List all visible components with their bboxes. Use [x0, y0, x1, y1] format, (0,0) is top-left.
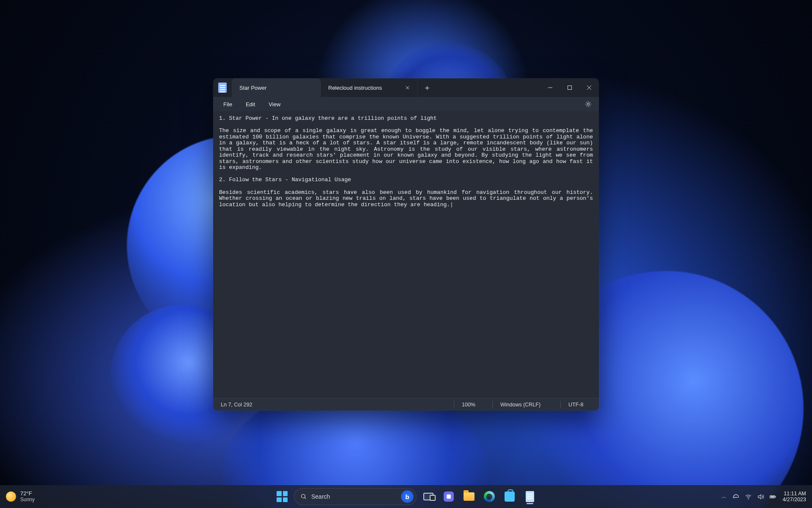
menu-view[interactable]: View: [263, 99, 286, 110]
editor-content: 1. Star Power - In one galaxy there are …: [219, 115, 596, 208]
close-tab-icon[interactable]: ✕: [405, 85, 410, 91]
start-button[interactable]: [274, 488, 291, 505]
task-view-button[interactable]: [420, 488, 437, 505]
volume-icon: [757, 493, 764, 500]
titlebar[interactable]: Star Power Relecloud instructions ✕ ＋: [213, 78, 599, 97]
taskbar: 72°F Sunny Search b ︿ 11:11: [0, 485, 812, 508]
menu-file[interactable]: File: [217, 99, 238, 110]
folder-icon: [464, 492, 475, 501]
gear-icon: [584, 100, 592, 108]
search-placeholder: Search: [311, 493, 397, 500]
chat-button[interactable]: [440, 488, 457, 505]
bing-icon[interactable]: b: [401, 490, 414, 503]
notepad-window: Star Power Relecloud instructions ✕ ＋ Fi…: [213, 78, 599, 411]
statusbar: Ln 7, Col 292 100% Windows (CRLF) UTF-8: [213, 398, 599, 411]
minimize-button[interactable]: [540, 78, 560, 97]
store-icon: [505, 491, 515, 502]
search-icon: [300, 493, 307, 500]
svg-rect-5: [776, 496, 776, 497]
clock-date: 4/27/2023: [782, 497, 806, 502]
status-encoding[interactable]: UTF-8: [561, 398, 599, 411]
system-tray[interactable]: [732, 493, 776, 500]
battery-icon: [769, 493, 776, 500]
taskbar-weather-widget[interactable]: 72°F Sunny: [6, 491, 35, 502]
weather-temp: 72°F: [20, 491, 35, 497]
notepad-icon: [526, 491, 534, 502]
taskbar-clock[interactable]: 11:11 AM 4/27/2023: [782, 491, 806, 503]
svg-point-2: [302, 494, 305, 498]
svg-rect-6: [771, 496, 774, 497]
notepad-app-icon: [213, 78, 232, 97]
close-window-button[interactable]: [579, 78, 599, 97]
chat-icon: [444, 491, 454, 502]
weather-condition: Sunny: [20, 497, 35, 502]
onedrive-icon: [732, 493, 740, 500]
menubar: File Edit View: [213, 97, 599, 111]
wifi-icon: [745, 493, 752, 500]
edge-button[interactable]: [481, 488, 498, 505]
tray-overflow-button[interactable]: ︿: [721, 493, 727, 500]
tab-star-power[interactable]: Star Power: [232, 78, 321, 97]
text-editor[interactable]: 1. Star Power - In one galaxy there are …: [213, 111, 599, 398]
file-explorer-button[interactable]: [461, 488, 477, 505]
settings-button[interactable]: [582, 98, 595, 110]
maximize-button[interactable]: [560, 78, 579, 97]
tab-relecloud[interactable]: Relecloud instructions ✕: [321, 78, 418, 97]
text-caret: [450, 202, 453, 208]
weather-icon: [6, 491, 16, 502]
new-tab-button[interactable]: ＋: [418, 78, 436, 97]
clock-time: 11:11 AM: [782, 491, 806, 497]
status-zoom[interactable]: 100%: [454, 398, 492, 411]
svg-point-3: [748, 498, 749, 499]
taskbar-search[interactable]: Search b: [294, 488, 417, 505]
notepad-taskbar-button[interactable]: [521, 488, 538, 505]
tab-label: Relecloud instructions: [328, 85, 382, 91]
store-button[interactable]: [501, 488, 518, 505]
tab-label: Star Power: [239, 85, 266, 91]
edge-icon: [484, 491, 495, 502]
status-position: Ln 7, Col 292: [213, 398, 260, 411]
menu-edit[interactable]: Edit: [240, 99, 261, 110]
windows-logo-icon: [277, 491, 288, 502]
svg-rect-0: [568, 86, 572, 90]
status-line-ending[interactable]: Windows (CRLF): [493, 398, 560, 411]
task-view-icon: [423, 493, 433, 500]
svg-point-1: [587, 103, 590, 105]
